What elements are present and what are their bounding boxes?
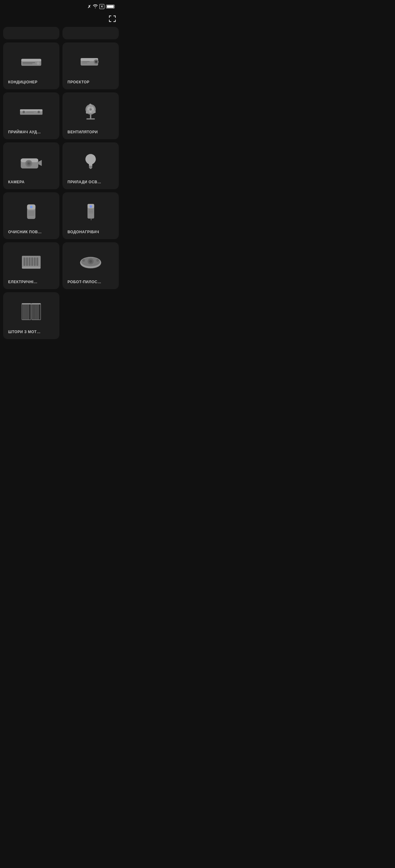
svg-point-32 (28, 162, 30, 164)
svg-rect-26 (90, 115, 91, 119)
svg-point-9 (95, 61, 97, 63)
partial-card-left (3, 27, 59, 39)
svg-rect-2 (23, 62, 35, 63)
svg-rect-3 (23, 64, 32, 64)
device-icon-conditioner (8, 48, 54, 75)
svg-rect-51 (23, 257, 25, 266)
device-card-curtains[interactable]: ШТОРИ З МОТ… (3, 292, 59, 339)
svg-point-15 (23, 112, 24, 113)
device-card-fan[interactable]: ВЕНТИЛЯТОРИ (62, 92, 119, 139)
svg-rect-57 (22, 267, 40, 269)
device-icon-fan (67, 98, 114, 126)
svg-rect-42 (28, 215, 34, 215)
svg-rect-41 (28, 214, 34, 214)
device-icon-audio-receiver (8, 98, 54, 126)
scan-button[interactable] (108, 14, 117, 23)
svg-rect-1 (21, 59, 41, 61)
device-label-camera: КАМЕРА (8, 180, 25, 184)
status-icons: ✗ ✕ (87, 4, 116, 9)
bluetooth-icon: ✗ (87, 4, 91, 9)
device-icon-projector (67, 48, 114, 75)
device-card-conditioner[interactable]: КОНДИЦІОНЕР (3, 42, 59, 89)
device-label-lighting: ПРИЛАДИ ОСВ… (67, 180, 101, 184)
device-label-curtains: ШТОРИ З МОТ… (8, 330, 40, 334)
svg-point-22 (89, 108, 92, 111)
partial-card-right (62, 27, 119, 39)
svg-rect-49 (91, 219, 91, 220)
svg-point-64 (96, 259, 99, 262)
device-grid: КОНДИЦІОНЕР ПРОЄКТОР ПРИЙМАЧ АУД… (0, 42, 122, 345)
device-label-conditioner: КОНДИЦІОНЕР (8, 80, 37, 84)
svg-rect-48 (88, 213, 93, 213)
device-label-water-heater: ВОДОНАГРІВАЧ (67, 230, 99, 234)
svg-point-19 (38, 112, 39, 113)
battery-icon (106, 5, 115, 8)
svg-rect-27 (87, 118, 95, 120)
device-icon-water-heater (67, 198, 114, 225)
device-card-lighting[interactable]: ПРИЛАДИ ОСВ… (62, 143, 119, 189)
svg-rect-56 (36, 257, 38, 266)
device-icon-curtains (8, 298, 54, 326)
device-card-robot-vacuum[interactable]: РОБОТ-ПИЛОС… (62, 242, 119, 289)
svg-rect-55 (34, 257, 36, 266)
partial-top-row (0, 27, 122, 42)
svg-rect-39 (28, 211, 34, 212)
sim-icon: ✕ (100, 4, 104, 9)
device-icon-air-purifier (8, 198, 54, 225)
device-card-camera[interactable]: КАМЕРА (3, 143, 59, 189)
device-icon-lighting (67, 148, 114, 176)
svg-point-38 (30, 206, 32, 208)
svg-rect-40 (28, 212, 34, 213)
svg-rect-10 (82, 61, 90, 62)
device-icon-electric-heater (8, 248, 54, 275)
svg-point-62 (89, 260, 92, 263)
svg-point-45 (90, 205, 92, 208)
device-label-fan: ВЕНТИЛЯТОРИ (67, 130, 98, 134)
device-card-water-heater[interactable]: ВОДОНАГРІВАЧ (62, 192, 119, 239)
svg-rect-52 (26, 257, 28, 266)
status-bar: ✗ ✕ (0, 0, 122, 12)
svg-rect-47 (88, 211, 93, 212)
svg-rect-46 (88, 210, 93, 210)
svg-rect-11 (82, 62, 87, 63)
svg-rect-4 (37, 62, 40, 65)
header (0, 12, 122, 27)
device-label-electric-heater: ЕЛЕКТРИЧНІ… (8, 280, 37, 284)
svg-rect-53 (29, 257, 31, 266)
wifi-icon (93, 4, 98, 9)
svg-rect-54 (31, 257, 33, 266)
device-card-audio-receiver[interactable]: ПРИЙМАЧ АУД… (3, 92, 59, 139)
device-label-projector: ПРОЄКТОР (67, 80, 89, 84)
svg-point-63 (83, 259, 85, 262)
device-card-electric-heater[interactable]: ЕЛЕКТРИЧНІ… (3, 242, 59, 289)
svg-rect-34 (89, 167, 92, 168)
svg-rect-16 (26, 111, 36, 112)
svg-rect-35 (90, 168, 92, 169)
svg-rect-33 (89, 166, 92, 167)
device-card-projector[interactable]: ПРОЄКТОР (62, 42, 119, 89)
device-card-air-purifier[interactable]: ОЧИСНИК ПОВ… (3, 192, 59, 239)
device-icon-robot-vacuum (67, 248, 114, 275)
device-label-air-purifier: ОЧИСНИК ПОВ… (8, 230, 42, 234)
device-icon-camera (8, 148, 54, 176)
device-label-audio-receiver: ПРИЙМАЧ АУД… (8, 130, 41, 134)
device-label-robot-vacuum: РОБОТ-ПИЛОС… (67, 280, 101, 284)
svg-rect-17 (26, 113, 34, 113)
